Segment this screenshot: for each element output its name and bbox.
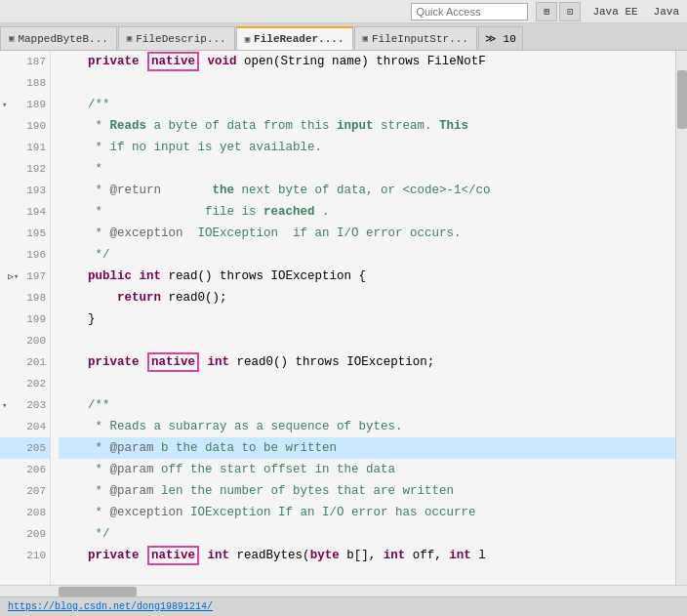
line-num-193: 193 xyxy=(19,185,46,196)
tab-overflow-label: ≫ 10 xyxy=(485,32,516,45)
line-num-194: 194 xyxy=(19,206,46,218)
code-text-190: * Reads a byte of data from this input s… xyxy=(59,115,468,137)
code-text-189: /** xyxy=(59,94,110,115)
line-row-209: 209 xyxy=(0,523,50,545)
line-row-194: 194 xyxy=(0,201,50,223)
line-row-202: 202 xyxy=(0,373,50,394)
line-row-205: 205 xyxy=(0,437,50,459)
quick-access-input[interactable] xyxy=(411,3,528,21)
code-line-193: * @return the next byte of data, or <cod… xyxy=(59,180,675,201)
code-line-209: */ xyxy=(59,523,675,545)
code-text-193: * @return the next byte of data, or <cod… xyxy=(59,180,491,201)
line-num-191: 191 xyxy=(19,142,46,153)
code-line-192: * xyxy=(59,158,675,180)
tab-icon-fis: ▣ xyxy=(363,33,368,44)
fold-icon-197[interactable]: ▾ xyxy=(14,271,19,282)
line-row-196: 196 xyxy=(0,244,50,266)
horizontal-scrollbar[interactable] xyxy=(0,585,687,596)
toolbar-icon-1[interactable]: ⊞ xyxy=(536,2,557,21)
line-num-197: 197 xyxy=(19,270,46,282)
tab-file-input-str[interactable]: ▣ FileInputStr... xyxy=(354,26,477,50)
line-row-201: 201 xyxy=(0,351,50,373)
tab-icon-mapped: ▣ xyxy=(9,33,14,44)
toolbar-icons: ⊞ ⊡ xyxy=(536,2,581,21)
code-content[interactable]: private native void open(String name) th… xyxy=(51,51,675,585)
code-line-200 xyxy=(59,330,675,351)
line-num-195: 195 xyxy=(19,227,46,239)
code-text-194: * file is reached . xyxy=(59,201,330,223)
status-bar: https://blog.csdn.net/dong19891214/ xyxy=(0,596,687,616)
code-line-199: } xyxy=(59,308,675,330)
code-line-187: private native void open(String name) th… xyxy=(59,51,675,72)
tab-icon-fdesc: ▣ xyxy=(127,33,132,44)
tab-mapped-byte[interactable]: ▣ MappedByteB... xyxy=(0,26,117,50)
code-line-198: return read0(); xyxy=(59,287,675,308)
line-row-197: ▷ ▾ 197 xyxy=(0,266,50,287)
code-text-187: private native void open(String name) th… xyxy=(59,51,486,72)
fold-icon-189[interactable]: ▾ xyxy=(2,100,7,110)
line-row-189: ▾ 189 xyxy=(0,94,50,115)
code-text-205: * @param b the data to be written xyxy=(59,437,337,459)
code-text-198: return read0(); xyxy=(59,287,227,308)
line-num-198: 198 xyxy=(19,292,46,304)
line-row-198: 198 xyxy=(0,287,50,308)
perspective-java-ee[interactable]: Java EE xyxy=(588,4,641,20)
tab-label-fis: FileInputStr... xyxy=(372,33,468,45)
line-num-203: 203 xyxy=(19,399,46,411)
tabs-row: ▣ MappedByteB... ▣ FileDescrip... ▣ File… xyxy=(0,23,687,51)
line-num-204: 204 xyxy=(19,421,46,432)
line-row-193: 193 xyxy=(0,180,50,201)
code-line-190: * Reads a byte of data from this input s… xyxy=(59,115,675,137)
scrollbar-thumb[interactable] xyxy=(677,70,687,129)
code-line-202 xyxy=(59,373,675,394)
code-line-210: private native int readBytes(byte b[], i… xyxy=(59,545,675,566)
tab-file-reader[interactable]: ▣ FileReader.... xyxy=(236,26,353,50)
code-line-207: * @param len the number of bytes that ar… xyxy=(59,480,675,502)
line-num-208: 208 xyxy=(19,507,46,518)
editor-area: 187 188 ▾ 189 190 191 192 193 194 195 19… xyxy=(0,51,687,585)
line-row-190: 190 xyxy=(0,115,50,137)
line-num-199: 199 xyxy=(19,313,46,325)
vertical-scrollbar[interactable] xyxy=(675,51,687,585)
code-line-189: /** xyxy=(59,94,675,115)
h-scrollbar-thumb[interactable] xyxy=(59,587,137,596)
line-num-196: 196 xyxy=(19,249,46,261)
line-num-209: 209 xyxy=(19,528,46,540)
line-row-188: 188 xyxy=(0,72,50,94)
code-text-206: * @param off the start offset in the dat… xyxy=(59,459,395,480)
code-text-197: public int read() throws IOException { xyxy=(59,266,366,287)
code-line-206: * @param off the start offset in the dat… xyxy=(59,459,675,480)
line-row-199: 199 xyxy=(0,308,50,330)
code-text-199: } xyxy=(59,308,96,330)
perspective-java[interactable]: Java xyxy=(650,4,683,20)
line-num-210: 210 xyxy=(19,550,46,561)
line-row-187: 187 xyxy=(0,51,50,72)
line-num-207: 207 xyxy=(19,485,46,497)
top-bar: ⊞ ⊡ Java EE Java xyxy=(0,0,687,23)
code-line-204: * Reads a subarray as a sequence of byte… xyxy=(59,416,675,437)
fold-icon-203[interactable]: ▾ xyxy=(2,400,7,411)
code-text-195: * @exception IOException if an I/O error… xyxy=(59,223,462,244)
code-text-196: */ xyxy=(59,244,110,266)
tab-overflow[interactable]: ≫ 10 xyxy=(478,26,523,50)
code-text-209: */ xyxy=(59,523,110,545)
code-text-207: * @param len the number of bytes that ar… xyxy=(59,480,454,502)
status-link[interactable]: https://blog.csdn.net/dong19891214/ xyxy=(8,601,213,612)
line-num-200: 200 xyxy=(19,335,46,347)
line-num-192: 192 xyxy=(19,163,46,175)
tab-label-fdesc: FileDescrip... xyxy=(136,33,225,45)
line-row-210: 210 xyxy=(0,545,50,566)
code-text-210: private native int readBytes(byte b[], i… xyxy=(59,545,486,566)
line-num-205: 205 xyxy=(19,442,46,454)
tab-label-freader: FileReader.... xyxy=(254,33,344,45)
code-line-196: */ xyxy=(59,244,675,266)
quick-access-area: ⊞ ⊡ Java EE Java xyxy=(411,2,683,21)
line-row-204: 204 xyxy=(0,416,50,437)
toolbar-icon-2[interactable]: ⊡ xyxy=(559,2,581,21)
line-num-190: 190 xyxy=(19,120,46,132)
code-line-194: * file is reached . xyxy=(59,201,675,223)
tab-file-descrip[interactable]: ▣ FileDescrip... xyxy=(118,26,235,50)
line-row-207: 207 xyxy=(0,480,50,502)
code-text-204: * Reads a subarray as a sequence of byte… xyxy=(59,416,403,437)
code-line-197: public int read() throws IOException { xyxy=(59,266,675,287)
